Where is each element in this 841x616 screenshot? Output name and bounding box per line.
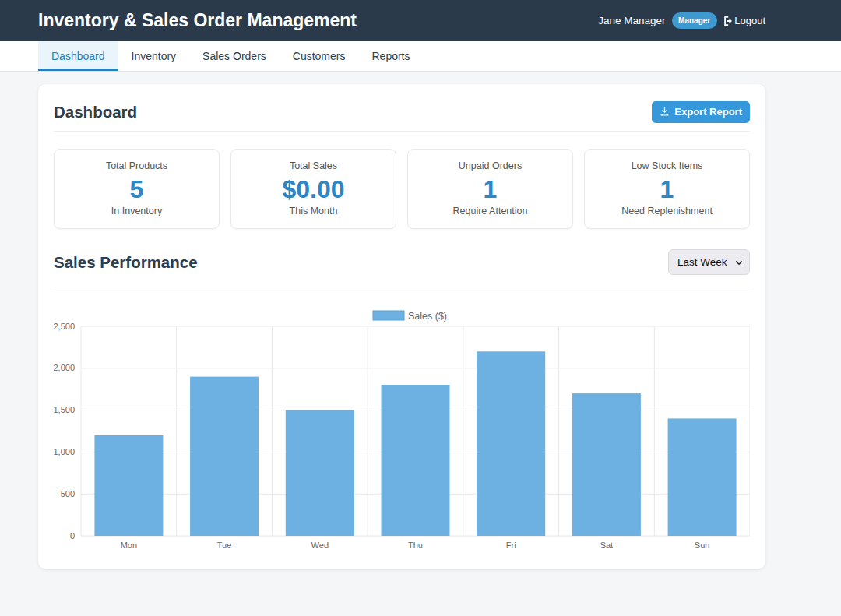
- svg-text:Tue: Tue: [217, 540, 232, 550]
- svg-text:1,500: 1,500: [54, 405, 75, 414]
- svg-text:Thu: Thu: [408, 540, 423, 550]
- svg-text:500: 500: [61, 489, 75, 498]
- svg-text:Sun: Sun: [695, 540, 710, 550]
- svg-text:2,000: 2,000: [54, 363, 75, 372]
- svg-text:Sat: Sat: [600, 540, 614, 550]
- svg-text:0: 0: [70, 531, 75, 540]
- svg-text:2,500: 2,500: [54, 322, 75, 331]
- svg-text:Fri: Fri: [506, 540, 516, 550]
- svg-text:1,000: 1,000: [54, 447, 75, 456]
- svg-text:Mon: Mon: [121, 540, 137, 550]
- svg-text:Wed: Wed: [311, 540, 329, 550]
- svg-text:Sales ($): Sales ($): [408, 311, 447, 322]
